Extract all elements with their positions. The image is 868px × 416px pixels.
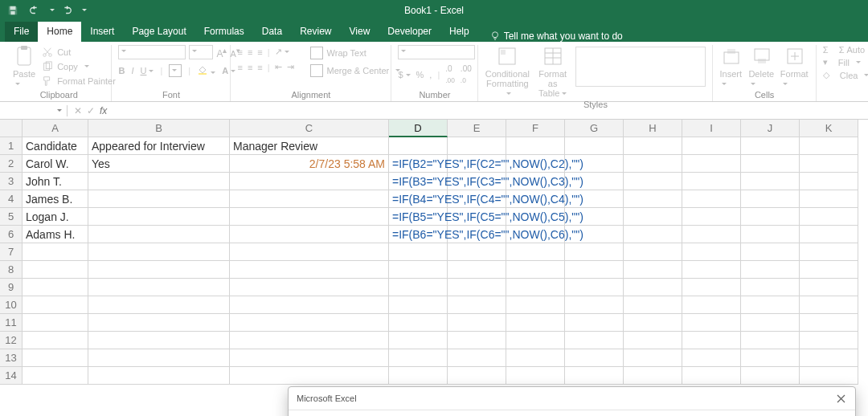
cell-K7[interactable]	[800, 243, 858, 261]
column-header-A[interactable]: A	[23, 120, 88, 137]
cell-B12[interactable]	[88, 332, 230, 349]
align-left-icon[interactable]: ≡	[237, 63, 242, 72]
cell-B6[interactable]	[88, 226, 230, 243]
cell-A12[interactable]	[23, 332, 88, 349]
cell-B9[interactable]	[88, 279, 230, 296]
cell-I4[interactable]	[682, 190, 741, 208]
cell-H1[interactable]	[624, 137, 682, 155]
tab-developer[interactable]: Developer	[379, 22, 440, 42]
cell-D4[interactable]: =IF(B4="YES",IF(C4="",NOW(),C4),"")	[389, 190, 448, 208]
cell-H5[interactable]	[624, 208, 682, 226]
tab-insert[interactable]: Insert	[81, 22, 123, 42]
cell-E8[interactable]	[448, 261, 506, 279]
cell-F13[interactable]	[506, 349, 565, 367]
cell-J5[interactable]	[741, 208, 800, 226]
cell-G13[interactable]	[565, 349, 624, 367]
align-top-icon[interactable]: ≡	[237, 47, 242, 57]
align-right-icon[interactable]: ≡	[257, 63, 262, 72]
cell-H8[interactable]	[624, 261, 682, 279]
increase-indent-icon[interactable]: ⇥	[287, 62, 294, 72]
cell-A2[interactable]: Carol W.	[23, 155, 88, 173]
cell-H4[interactable]	[624, 190, 682, 208]
percent-button[interactable]: %	[416, 70, 424, 80]
cell-H11[interactable]	[624, 314, 682, 332]
cell-K13[interactable]	[800, 349, 858, 367]
format-as-table-button[interactable]: Format asTable	[534, 45, 571, 98]
tab-help[interactable]: Help	[440, 22, 478, 42]
cell-G1[interactable]	[565, 137, 624, 155]
redo-icon[interactable]	[57, 2, 76, 19]
cell-F1[interactable]	[506, 137, 565, 155]
bold-button[interactable]: B	[118, 66, 125, 75]
cell-C9[interactable]	[230, 279, 389, 296]
tab-page-layout[interactable]: Page Layout	[123, 22, 194, 42]
cut-button[interactable]: Cut	[42, 47, 116, 58]
fill-color-button[interactable]	[197, 64, 215, 77]
cell-B4[interactable]	[88, 190, 230, 208]
cell-B10[interactable]	[88, 296, 230, 314]
cell-J9[interactable]	[741, 279, 800, 296]
cell-I12[interactable]	[682, 332, 741, 349]
cell-K2[interactable]	[800, 155, 858, 173]
cell-H6[interactable]	[624, 226, 682, 243]
cell-I13[interactable]	[682, 349, 741, 367]
cell-J3[interactable]	[741, 173, 800, 190]
cell-H13[interactable]	[624, 349, 682, 367]
save-icon[interactable]	[3, 2, 23, 19]
row-header-3[interactable]: 3	[0, 173, 23, 190]
font-size-dropdown[interactable]	[189, 45, 213, 59]
cell-D7[interactable]	[389, 243, 448, 261]
cell-H14[interactable]	[624, 367, 682, 385]
tell-me-search[interactable]: Tell me what you want to do	[483, 31, 629, 42]
tab-home[interactable]: Home	[38, 22, 81, 42]
cell-D13[interactable]	[389, 349, 448, 367]
insert-cells-button[interactable]: Insert	[719, 45, 743, 88]
cell-J1[interactable]	[741, 137, 800, 155]
cell-C13[interactable]	[230, 349, 389, 367]
cell-H2[interactable]	[624, 155, 682, 173]
decrease-decimal-icon[interactable]: .00.0	[461, 64, 472, 84]
row-header-12[interactable]: 12	[0, 332, 23, 349]
borders-button[interactable]	[169, 64, 182, 77]
column-header-E[interactable]: E	[448, 120, 506, 137]
cell-K5[interactable]	[800, 208, 858, 226]
cell-K3[interactable]	[800, 173, 858, 190]
cell-C1[interactable]: Manager Review	[230, 137, 389, 155]
cell-B7[interactable]	[88, 243, 230, 261]
cell-K14[interactable]	[800, 367, 858, 385]
qat-customize[interactable]	[79, 2, 87, 19]
column-header-D[interactable]: D	[389, 120, 448, 137]
cell-D8[interactable]	[389, 261, 448, 279]
cell-J4[interactable]	[741, 190, 800, 208]
cell-J7[interactable]	[741, 243, 800, 261]
cell-A5[interactable]: Logan J.	[23, 208, 88, 226]
cell-C2[interactable]: 2/7/23 5:58 AM	[230, 155, 389, 173]
cell-D3[interactable]: =IF(B3="YES",IF(C3="",NOW(),C3),"")	[389, 173, 448, 190]
cell-J11[interactable]	[741, 314, 800, 332]
cell-A11[interactable]	[23, 314, 88, 332]
wrap-text-button[interactable]: Wrap Text	[310, 47, 401, 59]
cancel-formula-icon[interactable]: ✕	[74, 105, 82, 116]
cell-G12[interactable]	[565, 332, 624, 349]
font-name-dropdown[interactable]	[118, 45, 186, 59]
cell-A1[interactable]: Candidate	[23, 137, 88, 155]
cell-E11[interactable]	[448, 314, 506, 332]
row-header-4[interactable]: 4	[0, 190, 23, 208]
cell-C4[interactable]	[230, 190, 389, 208]
cell-B1[interactable]: Appeared for Interview	[88, 137, 230, 155]
cell-G14[interactable]	[565, 367, 624, 385]
column-header-J[interactable]: J	[741, 120, 800, 137]
cell-C10[interactable]	[230, 296, 389, 314]
cell-C6[interactable]	[230, 226, 389, 243]
column-header-G[interactable]: G	[565, 120, 624, 137]
cell-A6[interactable]: Adams H.	[23, 226, 88, 243]
number-format-dropdown[interactable]	[398, 45, 475, 59]
tab-formulas[interactable]: Formulas	[195, 22, 253, 42]
row-header-7[interactable]: 7	[0, 243, 23, 261]
cell-B13[interactable]	[88, 349, 230, 367]
cell-F11[interactable]	[506, 314, 565, 332]
undo-icon[interactable]	[25, 2, 44, 19]
cell-E9[interactable]	[448, 279, 506, 296]
conditional-formatting-button[interactable]: ConditionalFormatting	[485, 45, 530, 98]
row-header-6[interactable]: 6	[0, 226, 23, 243]
